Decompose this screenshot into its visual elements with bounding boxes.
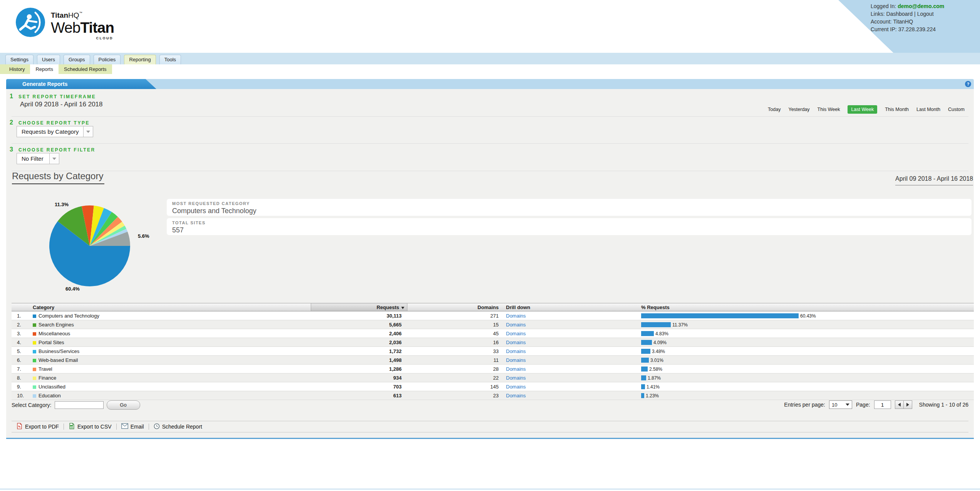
drill-down-cell: Domains [503, 382, 640, 391]
drill-down-link[interactable]: Domains [506, 331, 526, 336]
category-color-swatch [33, 350, 36, 353]
sub-tab-reports[interactable]: Reports [30, 64, 59, 74]
percent-label: 60.43% [800, 313, 816, 319]
export-to-csv-button[interactable]: Export to CSV [66, 423, 114, 430]
header-corner-background [0, 0, 980, 53]
drill-down-link[interactable]: Domains [506, 348, 526, 354]
report-type-dropdown-button[interactable] [84, 126, 93, 137]
column-header-requests[interactable]: % Requests [640, 303, 974, 311]
domains-count: 23 [407, 391, 503, 400]
tab-tools[interactable]: Tools [159, 55, 181, 64]
category-cell: Business/Services [31, 347, 311, 356]
range-this-week[interactable]: This Week [818, 107, 840, 112]
row-rank: 3. [12, 329, 31, 338]
range-today[interactable]: Today [768, 107, 781, 112]
row-rank: 4. [12, 338, 31, 347]
drill-down-link[interactable]: Domains [506, 313, 526, 319]
category-color-swatch [33, 332, 36, 336]
percent-requests-cell: 11.37% [640, 320, 974, 329]
requests-count: 613 [311, 391, 407, 400]
percent-label: 2.58% [649, 367, 662, 372]
tab-users[interactable]: Users [37, 55, 60, 64]
range-this-month[interactable]: This Month [885, 107, 909, 112]
drill-down-cell: Domains [503, 311, 640, 320]
chevron-down-icon [86, 131, 90, 133]
tab-groups[interactable]: Groups [64, 55, 90, 64]
row-rank: 9. [12, 382, 31, 391]
range-custom[interactable]: Custom [948, 107, 965, 112]
category-cell: Unclassified [31, 382, 311, 391]
category-report-table: CategoryRequestsDomainsDrill down% Reque… [12, 303, 974, 400]
category-color-swatch [33, 359, 36, 362]
table-row: 8.Finance93422Domains1.87% [12, 373, 974, 382]
export-action-label: Schedule Report [162, 424, 202, 430]
category-cell: Education [31, 391, 311, 400]
category-cell: Web-based Email [31, 356, 311, 365]
tab-settings[interactable]: Settings [5, 55, 34, 64]
help-icon[interactable]: ? [965, 81, 971, 87]
dashboard-link[interactable]: Dashboard [886, 11, 913, 17]
range-last-week[interactable]: Last Week [848, 105, 877, 114]
column-header-domains[interactable]: Domains [407, 303, 503, 311]
sub-tab-scheduled-reports[interactable]: Scheduled Reports [59, 64, 112, 74]
previous-page-button[interactable] [895, 400, 904, 409]
drill-down-link[interactable]: Domains [506, 375, 526, 381]
drill-down-link[interactable]: Domains [506, 340, 526, 345]
drill-down-link[interactable]: Domains [506, 393, 526, 399]
tab-reporting[interactable]: Reporting [124, 55, 156, 64]
csv-icon [69, 423, 75, 430]
entries-per-page-select[interactable]: 10 [829, 400, 852, 409]
select-category-input[interactable] [55, 401, 104, 409]
category-name: Business/Services [39, 348, 79, 354]
sub-tab-history[interactable]: History [4, 64, 30, 74]
column-header-rank [12, 303, 31, 311]
generate-reports-panel: 1SET REPORT TIMEFRAME April 09 2018 - Ap… [6, 89, 974, 439]
export-action-label: Export to CSV [77, 424, 112, 430]
report-filter-dropdown-button[interactable] [50, 153, 59, 164]
column-header-requests[interactable]: Requests [311, 303, 407, 311]
logged-in-email: demo@demo.com [898, 3, 944, 9]
row-rank: 10. [12, 391, 31, 400]
pdf-icon [16, 423, 23, 430]
category-cell: Search Engines [31, 320, 311, 329]
schedule-report-button[interactable]: Schedule Report [151, 423, 204, 430]
main-tab-bar: SettingsUsersGroupsPoliciesReportingTool… [5, 55, 181, 64]
range-last-month[interactable]: Last Month [916, 107, 940, 112]
drill-down-link[interactable]: Domains [506, 366, 526, 372]
most-requested-category-card: MOST REQUESTED CATEGORY Computers and Te… [167, 199, 972, 216]
next-page-button[interactable] [904, 400, 912, 409]
category-color-swatch [33, 385, 36, 389]
report-filter-dropdown[interactable]: No Filter [17, 153, 59, 164]
export-to-pdf-button[interactable]: Export to PDF [12, 423, 61, 430]
logo-titanhq: TitanHQ™ [51, 12, 114, 19]
percent-label: 4.09% [653, 340, 667, 345]
email-button[interactable]: Email [119, 423, 146, 430]
tab-policies[interactable]: Policies [94, 55, 121, 64]
range-yesterday[interactable]: Yesterday [788, 107, 809, 112]
category-cell: Finance [31, 373, 311, 382]
drill-down-link[interactable]: Domains [506, 384, 526, 390]
showing-range-text: Showing 1 - 10 of 26 [919, 402, 968, 408]
column-header-category[interactable]: Category [31, 303, 311, 311]
column-header-drill-down[interactable]: Drill down [503, 303, 640, 311]
divider [64, 424, 64, 430]
pie-callout: 11.3% [55, 202, 69, 207]
go-button[interactable]: Go [107, 400, 140, 410]
report-type-dropdown[interactable]: Requests by Category [17, 126, 93, 137]
total-sites-card: TOTAL SITES 557 [167, 218, 972, 235]
percent-label: 1.87% [648, 375, 661, 381]
percent-bar [641, 340, 652, 345]
logout-link[interactable]: Logout [917, 11, 934, 17]
table-body: 1.Computers and Technology30,113271Domai… [12, 311, 974, 400]
drill-down-link[interactable]: Domains [506, 322, 526, 328]
logged-in-line: Logged In:demo@demo.com [871, 2, 946, 10]
requests-count: 1,286 [311, 365, 407, 373]
drill-down-link[interactable]: Domains [506, 357, 526, 363]
page-number-input[interactable] [874, 400, 891, 409]
category-cell: Portal Sites [31, 338, 311, 347]
report-date-range: April 09 2018 - April 16 2018 [895, 175, 973, 185]
domains-count: 45 [407, 329, 503, 338]
category-name: Computers and Technology [39, 313, 99, 319]
percent-label: 1.23% [646, 393, 659, 399]
page-label: Page: [856, 402, 870, 408]
